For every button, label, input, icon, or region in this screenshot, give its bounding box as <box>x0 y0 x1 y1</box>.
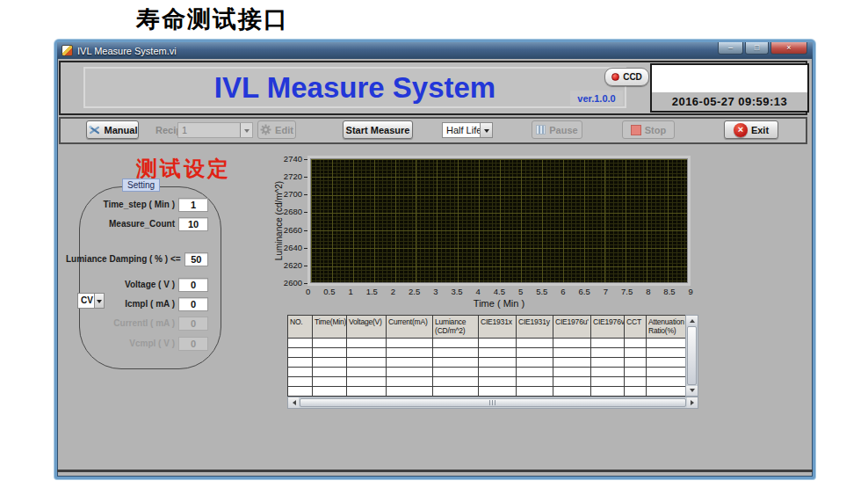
close-circle-icon: × <box>734 123 748 137</box>
start-measure-button[interactable]: Start Measure <box>343 120 413 139</box>
table-cell <box>313 377 347 387</box>
table-cell <box>553 339 591 348</box>
x-tick-label: 8 <box>646 287 650 296</box>
table-cell <box>313 387 347 397</box>
tab-setting[interactable]: Setting <box>122 178 160 192</box>
table-row[interactable] <box>288 377 686 387</box>
exit-button[interactable]: × Exit <box>724 120 778 139</box>
close-button[interactable]: × <box>770 42 807 55</box>
start-measure-label: Start Measure <box>346 125 410 135</box>
scroll-up-icon[interactable] <box>686 316 698 325</box>
manual-button[interactable]: Manual <box>86 120 139 139</box>
table-header-row: NO.Time(Min)Voltage(V)Current(mA)Lumianc… <box>288 316 686 339</box>
table-cell <box>433 387 479 397</box>
y-tick-label: 2680 <box>284 207 307 216</box>
column-header[interactable]: CCT <box>625 316 647 339</box>
labview-icon <box>61 45 73 56</box>
stop-icon <box>631 125 641 135</box>
table-cell <box>625 387 647 397</box>
datetime-display: 2016-05-27 09:59:13 <box>650 63 809 113</box>
app-title-panel: IVL Measure System <box>83 67 626 108</box>
mode-select[interactable]: Half Life <box>442 122 493 138</box>
voltage-input[interactable]: 0 <box>178 278 208 292</box>
maximize-button[interactable]: □ <box>745 42 769 55</box>
table-cell <box>479 377 517 387</box>
table-cell <box>347 368 387 377</box>
window-title: IVL Measure System.vi <box>77 46 177 56</box>
icmpl-input[interactable]: 0 <box>178 297 208 311</box>
table-cell <box>591 387 625 397</box>
table-cell <box>313 339 347 348</box>
source-mode-select[interactable]: CV <box>77 293 105 309</box>
table-row[interactable] <box>288 368 686 377</box>
measurement-table: NO.Time(Min)Voltage(V)Current(mA)Lumianc… <box>287 315 686 397</box>
vertical-scrollbar[interactable] <box>685 315 698 397</box>
y-tick-label: 2720 <box>284 171 307 181</box>
scroll-down-icon[interactable] <box>686 386 698 396</box>
table-cell <box>647 339 686 348</box>
column-header[interactable]: Voltage(V) <box>347 316 387 339</box>
field-label: Icmpl ( mA ) <box>125 299 175 309</box>
table-cell <box>625 348 647 358</box>
ccd-button[interactable]: CCD <box>604 68 649 86</box>
column-header[interactable]: CIE1931x <box>479 316 517 339</box>
table-row[interactable] <box>288 387 686 397</box>
table-cell <box>433 358 479 368</box>
table-cell <box>347 377 387 387</box>
table-row[interactable] <box>288 348 686 358</box>
scroll-right-icon[interactable] <box>687 397 698 408</box>
table-cell <box>647 358 686 368</box>
table-cell <box>288 358 313 368</box>
column-header[interactable]: Time(Min) <box>313 316 347 339</box>
table-cell <box>517 377 553 387</box>
table-cell <box>347 339 387 348</box>
scroll-left-icon[interactable] <box>288 397 299 408</box>
table-cell <box>647 387 686 397</box>
measure-count-input[interactable]: 10 <box>178 217 208 231</box>
column-header[interactable]: CIE1976u' <box>553 316 591 339</box>
vertical-scroll-thumb[interactable] <box>687 326 697 385</box>
column-header[interactable]: NO. <box>288 316 313 339</box>
table-cell <box>591 368 625 377</box>
currenti-input: 0 <box>178 317 208 331</box>
minimize-button[interactable]: – <box>718 42 743 55</box>
table-cell <box>347 387 387 397</box>
chevron-down-icon[interactable] <box>94 294 104 308</box>
manual-label: Manual <box>105 125 138 135</box>
horizontal-scrollbar[interactable] <box>287 397 698 409</box>
field-label: Measure_Count <box>109 219 175 229</box>
horizontal-scroll-thumb[interactable] <box>300 398 686 407</box>
x-tick-label: 4.5 <box>494 287 505 296</box>
chevron-down-icon <box>240 123 252 137</box>
table-cell <box>479 339 517 348</box>
time-step-input[interactable]: 1 <box>178 198 208 212</box>
tools-icon <box>88 124 101 136</box>
chevron-down-icon[interactable] <box>480 123 492 137</box>
table-cell <box>553 387 591 397</box>
field-label: CurrentI ( mA ) <box>113 318 175 328</box>
table-cell <box>647 368 686 377</box>
column-header[interactable]: Lumiance (CD/m^2) <box>433 316 479 339</box>
table-cell <box>591 348 625 358</box>
table-cell <box>479 358 517 368</box>
table-cell <box>347 358 387 368</box>
edit-label: Edit <box>275 125 293 135</box>
column-header[interactable]: CIE1976v' <box>591 316 625 339</box>
window-titlebar: IVL Measure System.vi – □ × <box>57 42 813 59</box>
table-cell <box>553 368 591 377</box>
table-cell <box>625 377 647 387</box>
column-header[interactable]: Attenuation Ratio(%) <box>647 316 686 339</box>
table-cell <box>625 368 647 377</box>
y-tick-label: 2600 <box>284 278 307 288</box>
ccd-led-icon <box>611 73 619 81</box>
edit-button: Edit <box>257 120 296 139</box>
lumiance-damping-input[interactable]: 50 <box>184 252 208 266</box>
recipe-value: 1 <box>178 123 240 137</box>
results-table: NO.Time(Min)Voltage(V)Current(mA)Lumianc… <box>287 315 700 409</box>
column-header[interactable]: Current(mA) <box>387 316 433 339</box>
x-tick-label: 6.5 <box>579 287 590 296</box>
column-header[interactable]: CIE1931y <box>517 316 553 339</box>
table-row[interactable] <box>288 339 686 348</box>
table-cell <box>288 348 313 358</box>
table-row[interactable] <box>288 358 686 368</box>
